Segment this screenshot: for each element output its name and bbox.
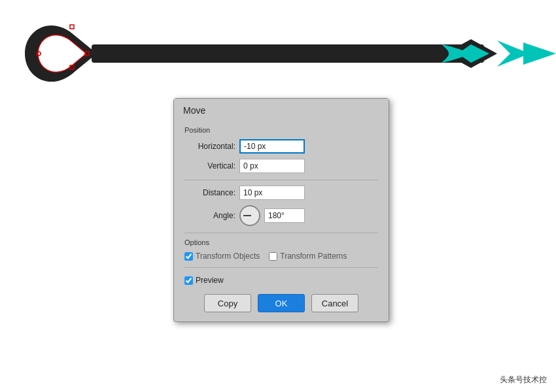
distance-label: Distance: — [184, 188, 235, 197]
position-section-label: Position — [184, 126, 378, 134]
svg-rect-1 — [70, 25, 74, 29]
options-row: Transform Objects Transform Patterns — [184, 252, 378, 261]
distance-row: Distance: — [184, 186, 378, 200]
dialog-title: Move — [174, 99, 389, 120]
preview-label: Preview — [196, 276, 224, 285]
transform-objects-label: Transform Objects — [196, 252, 260, 261]
watermark: 头条号技术控 — [500, 374, 547, 385]
copy-button[interactable]: Copy — [204, 294, 251, 312]
svg-rect-0 — [92, 44, 484, 63]
watermark-text: 头条号技术控 — [500, 375, 547, 384]
vertical-input[interactable] — [239, 159, 305, 173]
divider-3 — [184, 267, 378, 268]
cancel-button[interactable]: Cancel — [311, 294, 358, 312]
angle-label: Angle: — [184, 211, 235, 220]
ok-button[interactable]: OK — [258, 294, 305, 312]
horizontal-row: Horizontal: — [184, 139, 378, 154]
button-row: Copy OK Cancel — [184, 294, 378, 312]
options-section-label: Options — [184, 238, 378, 246]
preview-checkbox[interactable] — [184, 276, 193, 285]
horizontal-input[interactable] — [239, 139, 305, 154]
transform-objects-option[interactable]: Transform Objects — [184, 252, 260, 261]
transform-patterns-label: Transform Patterns — [280, 252, 347, 261]
vertical-label: Vertical: — [184, 161, 235, 171]
distance-input[interactable] — [239, 186, 305, 200]
move-dialog: Move Position Horizontal: Vertical: Dist… — [173, 98, 389, 322]
angle-input[interactable] — [264, 208, 305, 223]
transform-patterns-checkbox[interactable] — [269, 252, 277, 261]
transform-objects-checkbox[interactable] — [184, 252, 193, 261]
arrow-graphic — [0, 0, 556, 108]
horizontal-label: Horizontal: — [184, 142, 235, 151]
title-text: Move — [183, 105, 205, 116]
canvas-area — [0, 0, 556, 108]
vertical-row: Vertical: — [184, 159, 378, 173]
dialog-body: Position Horizontal: Vertical: Distance:… — [174, 120, 389, 321]
divider-2 — [184, 233, 378, 233]
divider-1 — [184, 180, 378, 180]
angle-row: Angle: — [184, 205, 378, 226]
angle-dial[interactable] — [239, 205, 260, 226]
transform-patterns-option[interactable]: Transform Patterns — [269, 252, 347, 261]
preview-option[interactable]: Preview — [184, 276, 378, 285]
